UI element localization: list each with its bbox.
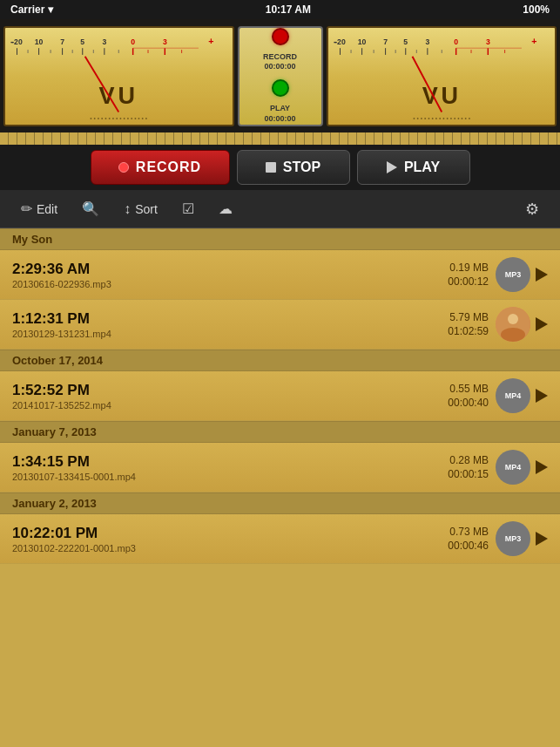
edit-button[interactable]: ✏ Edit <box>10 195 68 222</box>
record-label: RECORD <box>136 160 201 175</box>
controls-row: RECORD STOP PLAY <box>0 145 560 190</box>
vu-meter-left: -20 10 7 5 3 0 3 + - <box>3 26 234 126</box>
section-header: January 2, 2013 <box>0 492 560 514</box>
svg-text:0: 0 <box>131 37 135 46</box>
svg-text:3: 3 <box>485 37 489 46</box>
svg-text:-: - <box>10 36 14 46</box>
sort-button[interactable]: ↕ Sort <box>113 196 168 222</box>
item-right: 0.55 MB00:00:40 <box>448 383 489 409</box>
stop-label: STOP <box>283 160 320 175</box>
svg-point-55 <box>508 314 518 324</box>
carrier-label: Carrier ▾ <box>10 3 53 16</box>
item-right: 0.73 MB00:00:46 <box>448 526 489 552</box>
item-filename: 20130616-022936.mp3 <box>12 279 448 289</box>
svg-text:+: + <box>531 36 536 46</box>
item-right: 0.28 MB00:00:15 <box>448 454 489 480</box>
item-badge <box>496 307 530 342</box>
item-duration: 00:00:40 <box>448 397 489 409</box>
item-size: 5.79 MB <box>449 311 489 323</box>
record-indicator <box>272 28 289 45</box>
svg-text:+: + <box>208 36 213 46</box>
list-item[interactable]: 1:34:15 PM20130107-133415-0001.mp40.28 M… <box>0 443 560 492</box>
item-filename: 20130107-133415-0001.mp4 <box>12 472 448 482</box>
svg-text:5: 5 <box>403 37 408 46</box>
svg-point-56 <box>501 328 525 342</box>
vu-meter-right: -20 10 7 5 3 0 3 + - VU • • <box>327 26 557 126</box>
item-duration: 00:00:12 <box>448 275 489 288</box>
item-size: 0.73 MB <box>449 526 489 538</box>
item-duration: 00:00:15 <box>448 468 489 480</box>
item-duration: 00:00:46 <box>448 540 489 552</box>
item-time: 1:34:15 PM <box>12 453 448 471</box>
item-play-button[interactable] <box>536 532 548 546</box>
play-arrow-icon <box>536 532 548 546</box>
svg-text:3: 3 <box>425 37 429 46</box>
section-header: October 17, 2014 <box>0 350 560 371</box>
item-info: 10:22:01 PM20130102-222201-0001.mp3 <box>12 525 448 553</box>
svg-text:10: 10 <box>357 37 366 46</box>
toolbar: ✏ Edit 🔍 ↕ Sort ☑ ☁ ⚙ <box>0 190 560 228</box>
select-button[interactable]: ☑ <box>172 195 205 222</box>
svg-text:• • • • • • • • • • • • • • • : • • • • • • • • • • • • • • • • <box>413 115 471 121</box>
item-time: 1:52:52 PM <box>12 382 448 399</box>
item-play-button[interactable] <box>536 317 548 331</box>
list-item[interactable]: 10:22:01 PM20130102-222201-0001.mp30.73 … <box>0 514 560 564</box>
svg-text:VU: VU <box>99 82 138 108</box>
play-arrow-icon <box>536 268 548 282</box>
item-right: 5.79 MB01:02:59 <box>448 311 489 337</box>
section-header: January 7, 2013 <box>0 421 560 443</box>
item-play-button[interactable] <box>536 460 548 474</box>
battery-display: 100% <box>523 3 550 16</box>
item-size: 0.55 MB <box>449 383 489 395</box>
stop-icon <box>266 162 276 173</box>
svg-text:3: 3 <box>102 37 106 46</box>
play-label: PLAY <box>404 160 440 175</box>
play-triangle-icon <box>387 161 397 173</box>
play-label: PLAY 00:00:00 <box>264 104 295 124</box>
recordings-list: My Son2:29:36 AM20130616-022936.mp30.19 … <box>0 228 560 744</box>
item-size: 0.19 MB <box>449 261 489 274</box>
play-indicator <box>272 79 289 97</box>
item-play-button[interactable] <box>536 268 548 282</box>
item-time: 1:12:31 PM <box>12 310 448 328</box>
play-arrow-icon <box>536 460 548 474</box>
play-button[interactable]: PLAY <box>357 150 470 185</box>
search-button[interactable]: 🔍 <box>71 195 110 222</box>
center-panel: RECORD 00:00:00 PLAY 00:00:00 <box>238 26 323 126</box>
wifi-icon: ▾ <box>48 3 53 16</box>
list-item[interactable]: 1:12:31 PM20130129-131231.mp45.79 MB01:0… <box>0 300 560 350</box>
list-item[interactable]: 1:52:52 PM20141017-135252.mp40.55 MB00:0… <box>0 371 560 421</box>
item-filename: 20130129-131231.mp4 <box>12 329 448 339</box>
list-item[interactable]: 2:29:36 AM20130616-022936.mp30.19 MB00:0… <box>0 250 560 300</box>
item-info: 2:29:36 AM20130616-022936.mp3 <box>12 261 448 289</box>
carrier-text: Carrier <box>10 3 44 16</box>
cloud-button[interactable]: ☁ <box>208 195 243 222</box>
item-info: 1:52:52 PM20141017-135252.mp4 <box>12 382 448 411</box>
item-info: 1:34:15 PM20130107-133415-0001.mp4 <box>12 453 448 482</box>
svg-text:5: 5 <box>80 37 84 46</box>
settings-button[interactable]: ⚙ <box>515 194 550 224</box>
edit-icon: ✏ <box>21 200 32 217</box>
item-filename: 20130102-222201-0001.mp3 <box>12 543 448 553</box>
svg-text:7: 7 <box>60 37 64 46</box>
sort-label: Sort <box>135 202 158 216</box>
item-info: 1:12:31 PM20130129-131231.mp4 <box>12 310 448 339</box>
record-dot-icon <box>118 162 129 173</box>
play-arrow-icon <box>536 317 548 331</box>
section-header: My Son <box>0 228 560 250</box>
stop-button[interactable]: STOP <box>237 150 350 185</box>
item-size: 0.28 MB <box>449 454 489 466</box>
checkmark-icon: ☑ <box>182 200 194 217</box>
gear-icon: ⚙ <box>525 200 539 218</box>
cloud-icon: ☁ <box>219 200 233 217</box>
svg-text:3: 3 <box>163 37 167 46</box>
record-button[interactable]: RECORD <box>91 150 230 185</box>
search-icon: 🔍 <box>82 200 99 217</box>
record-label: RECORD 00:00:00 <box>263 52 297 72</box>
time-display: 10:17 AM <box>266 3 311 16</box>
item-play-button[interactable] <box>536 389 548 403</box>
item-badge: MP4 <box>496 378 530 413</box>
svg-text:• • • • • • • • • • • • • • • : • • • • • • • • • • • • • • • • <box>90 115 148 121</box>
svg-text:-: - <box>333 36 336 46</box>
svg-text:0: 0 <box>454 37 458 46</box>
